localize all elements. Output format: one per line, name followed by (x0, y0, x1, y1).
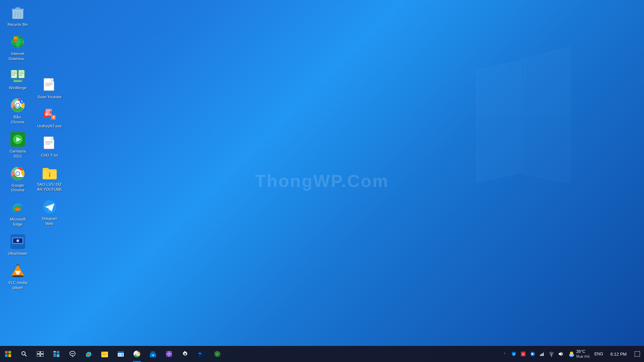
tray-defender[interactable] (509, 346, 519, 362)
tray-network[interactable] (537, 346, 547, 362)
weather-text: 26°C Mưa nhỏ (576, 349, 590, 359)
svg-point-116 (184, 353, 186, 355)
svg-text:B: B (21, 100, 22, 103)
svg-rect-48 (17, 244, 19, 246)
internet-downloader-icon (10, 34, 26, 50)
desktop-icon-microsoft-edge[interactable]: MicrosoftEdge (3, 197, 33, 229)
microsoft-edge-icon (10, 199, 26, 216)
desktop-icon-telegram[interactable]: TelegramWeb (35, 197, 65, 228)
desktop-icon-ultraviewer[interactable]: UltraViewer (3, 232, 33, 258)
svg-rect-49 (15, 246, 20, 247)
tray-volume[interactable] (556, 346, 566, 362)
svg-rect-88 (53, 353, 56, 357)
widgets-button[interactable] (48, 346, 64, 362)
language-indicator[interactable]: ENG (592, 346, 605, 362)
task-view-button[interactable] (32, 346, 48, 362)
desktop-icon-camtasia[interactable]: Camtasia2021 (3, 129, 33, 161)
camtasia-label: Camtasia2021 (10, 149, 26, 159)
desktop: ThongWP.Com Recycle Bin (0, 0, 644, 362)
desktop-icon-soan-youtube[interactable]: Soan Youtube (35, 75, 65, 102)
svg-rect-86 (53, 351, 56, 353)
svg-rect-95 (102, 355, 106, 355)
desktop-icon-google-chrome[interactable]: GoogleChrome (3, 164, 33, 195)
desktop-icon-vlc[interactable]: VLC mediaplayer (3, 261, 33, 292)
svg-rect-126 (540, 355, 541, 356)
chat-button[interactable] (64, 346, 80, 362)
soan-youtube-icon (42, 77, 58, 93)
svg-rect-84 (37, 354, 40, 357)
clock-time: 6:12 PM (610, 352, 627, 357)
svg-marker-54 (16, 273, 20, 275)
sao-luu-icon (42, 165, 58, 181)
telegram-icon (42, 199, 58, 215)
desktop-icon-chu-y[interactable]: CHÚ Ý.txt (35, 133, 65, 160)
search-button[interactable] (16, 346, 32, 362)
svg-rect-78 (5, 354, 8, 357)
svg-rect-85 (41, 354, 44, 357)
svg-marker-1 (523, 47, 570, 116)
taskbar-tool9[interactable]: ✓ (209, 346, 225, 362)
taskbar-edge[interactable] (80, 346, 97, 362)
svg-text:PS: PS (199, 352, 202, 355)
svg-text:MERGE: MERGE (14, 80, 21, 82)
tray-idm[interactable] (528, 346, 537, 362)
taskbar-terminal[interactable]: PS >_ (193, 346, 209, 362)
tray-unikey[interactable]: V (519, 346, 528, 362)
svg-rect-128 (542, 353, 543, 356)
camtasia-icon (10, 131, 26, 147)
weather-widget[interactable]: 26°C Mưa nhỏ (566, 346, 592, 362)
sao-luu-label: SAO LƯU DỰ ÁN YOUTUBE (35, 182, 64, 192)
watermark: ThongWP.Com (255, 171, 389, 191)
start-button[interactable] (0, 346, 16, 362)
clock[interactable]: 6:12 PM (605, 346, 632, 362)
system-tray: ⌃ V (500, 346, 644, 362)
svg-rect-79 (8, 354, 11, 357)
weather-temp: 26°C (576, 349, 590, 355)
svg-text:>_: >_ (199, 355, 201, 357)
svg-text:✓: ✓ (216, 352, 219, 356)
svg-marker-0 (476, 60, 522, 116)
desktop-icon-sao-luu[interactable]: SAO LƯU DỰ ÁN YOUTUBE (34, 163, 65, 194)
chu-y-icon (42, 135, 58, 152)
desktop-icon-recycle-bin[interactable]: Recycle Bin (3, 3, 33, 29)
bao-chrome-label: Bảo-Chrome (11, 115, 25, 125)
svg-rect-127 (541, 354, 542, 356)
desktop-icon-internet-downloader[interactable]: InternetDownloa... (3, 32, 33, 63)
winmerge-icon: MERGE (10, 68, 26, 84)
tray-chevron[interactable]: ⌃ (500, 346, 509, 362)
tray-wifi[interactable] (547, 346, 556, 362)
taskbar-settings[interactable] (177, 346, 193, 362)
taskbar-files[interactable] (113, 346, 129, 362)
microsoft-edge-label: MicrosoftEdge (10, 217, 26, 227)
taskbar-explorer[interactable] (97, 346, 113, 362)
notification-button[interactable] (632, 346, 643, 362)
svg-text:🛍: 🛍 (152, 354, 154, 356)
svg-rect-76 (5, 351, 8, 354)
svg-text:V: V (522, 353, 524, 356)
taskbar-chrome[interactable] (129, 346, 145, 362)
desktop-icon-unikey[interactable]: U A UniKeyNT.exe (35, 104, 65, 131)
svg-rect-129 (543, 353, 544, 356)
desktop-icon-winmerge[interactable]: MERGE WinMerge (3, 66, 33, 93)
taskbar-store[interactable]: 🛍 (145, 346, 161, 362)
taskbar-snipping[interactable] (161, 346, 177, 362)
svg-rect-14 (14, 37, 17, 39)
svg-point-32 (16, 104, 19, 107)
svg-point-41 (16, 172, 19, 175)
telegram-label: TelegramWeb (42, 216, 57, 226)
desktop-icon-bao-chrome[interactable]: B Bảo-Chrome (3, 95, 33, 127)
bao-chrome-icon: B (10, 97, 26, 113)
ultraviewer-label: UltraViewer (8, 251, 28, 256)
vlc-icon (10, 263, 26, 279)
svg-point-105 (136, 353, 138, 355)
svg-point-110 (168, 353, 170, 355)
chu-y-label: CHÚ Ý.txt (41, 153, 58, 158)
svg-rect-6 (15, 7, 20, 9)
svg-rect-100 (121, 354, 123, 355)
svg-line-137 (571, 356, 572, 357)
unikey-label: UniKeyNT.exe (37, 124, 62, 129)
recycle-bin-icon (10, 5, 26, 21)
language-text: ENG (594, 352, 603, 356)
ultraviewer-icon (10, 234, 26, 250)
svg-rect-57 (16, 264, 19, 265)
